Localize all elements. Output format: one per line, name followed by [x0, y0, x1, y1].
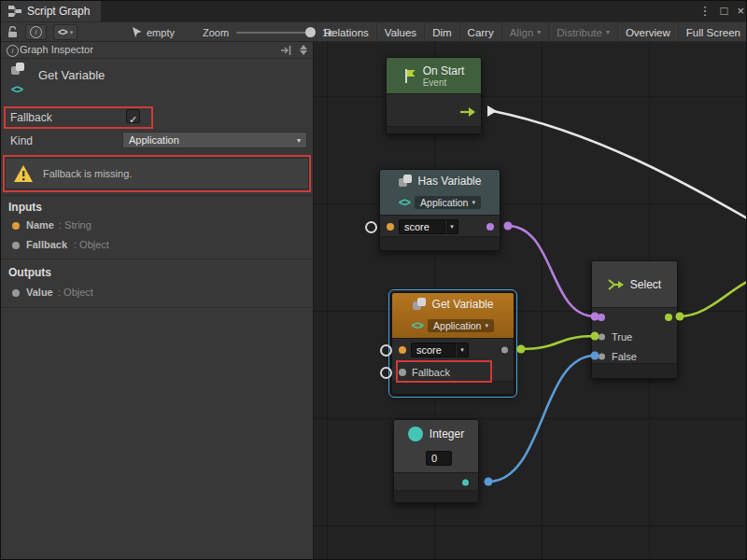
- variable-name-dropdown[interactable]: ▾: [456, 343, 469, 357]
- overview-button[interactable]: Overview: [617, 22, 678, 42]
- wire-end-arrow: [487, 105, 497, 117]
- graph-canvas[interactable]: On Start Event Has Variable: [314, 42, 747, 560]
- node-footer: [592, 363, 677, 378]
- input-row-fallback: Fallback : Object: [1, 239, 314, 252]
- true-input-port[interactable]: [599, 333, 605, 340]
- code-view-button[interactable]: <> ▾: [53, 24, 78, 40]
- port-type: : Object: [74, 239, 109, 250]
- dropdown-arrow-icon: ▾: [460, 346, 464, 354]
- node-select[interactable]: Select True False: [591, 260, 678, 379]
- result-output-port[interactable]: [486, 223, 494, 231]
- graph-toolbar: i <> ▾ empty Zoom 1x Relations Values Di…: [1, 21, 747, 42]
- name-input-port[interactable]: [399, 346, 406, 354]
- node-title: Has Variable: [418, 175, 482, 188]
- integer-icon: [408, 427, 423, 441]
- maximize-icon[interactable]: □: [721, 1, 728, 21]
- true-port-label: True: [612, 331, 632, 343]
- info-icon: i: [30, 26, 42, 38]
- variable-name-value: score: [404, 221, 430, 232]
- false-input-port[interactable]: [599, 353, 605, 359]
- tab-label: Script Graph: [27, 5, 90, 18]
- lock-icon: [7, 26, 18, 38]
- dock-icon[interactable]: [281, 46, 292, 55]
- align-button[interactable]: Align▾: [501, 22, 549, 42]
- node-title: Select: [630, 278, 661, 291]
- unconnected-port[interactable]: [380, 344, 392, 357]
- dropdown-arrow-icon: ▾: [606, 28, 610, 36]
- inputs-section-header: Inputs: [8, 201, 42, 214]
- close-icon[interactable]: ×: [737, 1, 744, 21]
- code-icon: <>: [399, 196, 410, 209]
- node-on-start[interactable]: On Start Event: [386, 57, 482, 134]
- dropdown-arrow-icon: ▾: [485, 322, 488, 329]
- outputs-section-header: Outputs: [8, 266, 51, 279]
- variable-scope-dropdown[interactable]: Application ▾: [428, 319, 494, 332]
- variable-name-field[interactable]: score: [411, 343, 456, 357]
- node-subtitle: Event: [423, 77, 465, 88]
- kebab-menu-icon[interactable]: ⋮: [699, 1, 712, 21]
- value-output-port[interactable]: [501, 347, 508, 354]
- node-title: On Start: [423, 64, 465, 77]
- dim-button[interactable]: Dim: [424, 22, 458, 42]
- carry-button[interactable]: Carry: [459, 22, 501, 42]
- script-graph-icon: [8, 6, 21, 17]
- port-dot-gray: [12, 242, 20, 249]
- fallback-input-port[interactable]: [399, 369, 406, 376]
- node-has-variable[interactable]: Has Variable <> Application ▾ score ▾: [379, 169, 500, 251]
- full-screen-button[interactable]: Full Screen: [678, 22, 747, 42]
- variable-scope-dropdown[interactable]: Application ▾: [415, 196, 481, 209]
- node-integer[interactable]: Integer 0: [393, 419, 479, 503]
- values-button[interactable]: Values: [376, 22, 424, 42]
- zoom-label: Zoom: [203, 22, 229, 42]
- variable-name-dropdown[interactable]: ▾: [445, 219, 458, 234]
- unconnected-port[interactable]: [380, 367, 392, 379]
- scope-value: Application: [420, 197, 468, 208]
- wire-has-variable-to-select: [508, 226, 595, 316]
- dropdown-arrow-icon: ▾: [472, 199, 475, 206]
- selector-input-port[interactable]: [598, 314, 605, 321]
- node-footer: [392, 381, 514, 394]
- node-footer: [380, 236, 500, 250]
- node-get-variable[interactable]: Get Variable <> Application ▾ score ▾: [391, 292, 514, 395]
- fallback-checkbox[interactable]: ✓: [126, 109, 140, 123]
- kind-dropdown[interactable]: Application ▾: [122, 132, 307, 148]
- port-dot-orange: [12, 222, 20, 230]
- relations-button[interactable]: Relations: [316, 22, 376, 42]
- name-input-port[interactable]: [387, 223, 394, 231]
- port-name: Name: [26, 219, 54, 231]
- node-footer: [394, 490, 478, 502]
- dropdown-arrow-icon: ▾: [297, 136, 301, 145]
- value-output-port[interactable]: [462, 480, 469, 486]
- graph-inspector-panel: i Graph Inspector <> Get Variable Fallba…: [1, 42, 314, 560]
- dropdown-arrow-icon: ▾: [537, 28, 541, 36]
- unity-script-graph-window: Script Graph ⋮ □ × i <> ▾ empty Zo: [0, 0, 747, 560]
- panel-scroll-arrows[interactable]: [300, 45, 307, 55]
- warning-text: Fallback is missing.: [43, 168, 132, 179]
- divider: [1, 307, 314, 308]
- integer-value-field[interactable]: 0: [426, 451, 452, 466]
- window-controls: ⋮ □ ×: [699, 1, 744, 21]
- distribute-button[interactable]: Distribute▾: [548, 22, 617, 42]
- tab-script-graph[interactable]: Script Graph: [1, 1, 101, 21]
- lock-button[interactable]: [7, 22, 18, 42]
- port-name: Fallback: [26, 239, 67, 250]
- port-dot-gray: [12, 289, 20, 297]
- input-row-name: Name : String: [1, 219, 314, 232]
- cursor-icon: [132, 27, 142, 38]
- selection-output-port[interactable]: [665, 314, 672, 321]
- unconnected-port[interactable]: [365, 221, 377, 233]
- selection-label: empty: [147, 27, 175, 38]
- zoom-slider-handle[interactable]: [305, 27, 316, 37]
- zoom-slider-track[interactable]: [236, 32, 316, 34]
- variables-icon: [11, 63, 26, 76]
- inspector-toggle-button[interactable]: i: [25, 24, 47, 40]
- variable-name-field[interactable]: score: [399, 219, 445, 234]
- node-title: Get Variable: [432, 298, 494, 311]
- fallback-port-label: Fallback: [412, 367, 450, 378]
- control-output-port[interactable]: [460, 106, 475, 118]
- toolbar-button-group: Relations Values Dim Carry Align▾ Distri…: [316, 22, 747, 42]
- divider: [1, 195, 314, 196]
- dropdown-arrow-icon: ▾: [70, 29, 74, 36]
- code-icon: <>: [412, 319, 423, 332]
- connection-knob: [517, 345, 526, 354]
